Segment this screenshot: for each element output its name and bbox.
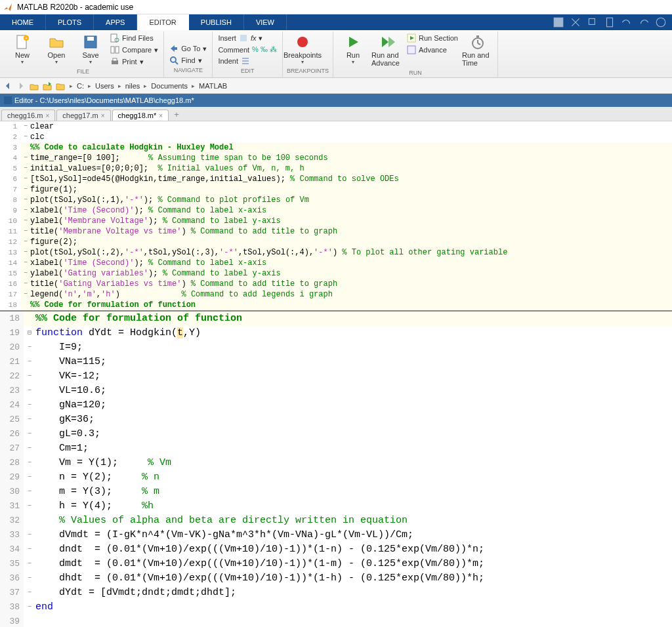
undo-icon[interactable]: [621, 16, 633, 28]
file-tab-1[interactable]: chegg16.m×: [1, 110, 55, 121]
ribbon-group-breakpoints: BREAKPOINTS: [287, 68, 329, 75]
help-icon[interactable]: [655, 16, 667, 28]
ribbon: + New▾ Open▾ Save▾ Find Files Compare ▾ …: [0, 30, 672, 78]
toolstrip-tabbar: HOME PLOTS APPS EDITOR PUBLISH VIEW: [0, 14, 672, 30]
back-icon[interactable]: [3, 81, 13, 91]
compare-button[interactable]: Compare ▾: [109, 45, 159, 55]
tab-editor[interactable]: EDITOR: [137, 14, 188, 30]
file-tabs: chegg16.m× chegg17.m× chegg18.m*× +: [0, 107, 672, 121]
svg-point-3: [656, 18, 665, 27]
new-button[interactable]: + New▾: [7, 33, 38, 66]
code-editor-bottom[interactable]: 18%% Code for formulation of function 19…: [0, 310, 672, 627]
add-tab-button[interactable]: +: [170, 108, 183, 121]
svg-rect-19: [408, 46, 415, 54]
open-button[interactable]: Open▾: [41, 33, 72, 66]
svg-rect-0: [554, 18, 563, 27]
breakpoint-icon: [295, 34, 310, 50]
svg-rect-11: [111, 47, 114, 53]
save-icon: [83, 34, 98, 50]
redo-icon[interactable]: [638, 16, 650, 28]
crumb-niles[interactable]: niles: [125, 82, 140, 90]
editor-icon: [4, 96, 12, 104]
svg-rect-2: [607, 18, 613, 27]
svg-rect-8: [87, 37, 94, 41]
close-icon[interactable]: ×: [159, 112, 163, 119]
tab-publish[interactable]: PUBLISH: [189, 14, 244, 30]
history-icon[interactable]: [42, 81, 52, 91]
code-editor-top[interactable]: 1−clear 2−clc 3%% Code to calculate Hodg…: [0, 121, 672, 310]
insert-button[interactable]: Insert fx ▾: [217, 33, 278, 43]
file-tab-3[interactable]: chegg18.m*×: [112, 110, 169, 121]
find-files-button[interactable]: Find Files: [109, 33, 159, 43]
indent-button[interactable]: Indent: [217, 56, 278, 66]
print-button[interactable]: Print ▾: [109, 56, 159, 67]
crumb-matlab[interactable]: MATLAB: [199, 82, 227, 90]
crumb-documents[interactable]: Documents: [151, 82, 188, 90]
up-icon[interactable]: [29, 81, 39, 91]
tab-home[interactable]: HOME: [0, 14, 46, 30]
run-button[interactable]: Run▾: [337, 33, 369, 66]
run-time-button[interactable]: Run and Time: [462, 33, 494, 68]
editor-path: Editor - C:\Users\niles\Documents\MATLAB…: [14, 96, 194, 104]
svg-rect-12: [116, 47, 119, 53]
new-file-icon: +: [14, 34, 30, 50]
tab-view[interactable]: VIEW: [244, 14, 287, 30]
run-section-button[interactable]: Run Section: [406, 33, 459, 43]
run-time-icon: [470, 34, 486, 50]
tab-apps[interactable]: APPS: [94, 14, 137, 30]
crumb-c[interactable]: C:: [77, 82, 84, 90]
insert-icon: [239, 33, 248, 43]
svg-rect-21: [476, 35, 479, 37]
ribbon-group-run: RUN: [337, 70, 494, 77]
forward-icon[interactable]: [16, 81, 26, 91]
close-icon[interactable]: ×: [45, 112, 49, 119]
find-button[interactable]: Find ▾: [168, 55, 208, 66]
run-advance-icon: [379, 34, 395, 50]
matlab-logo-icon: [3, 2, 13, 12]
compare-icon: [110, 45, 119, 54]
goto-icon: [169, 44, 178, 53]
svg-point-15: [171, 57, 176, 62]
save-icon[interactable]: [553, 16, 564, 28]
window-titlebar: MATLAB R2020b - academic use: [0, 0, 672, 14]
file-tab-2[interactable]: chegg17.m×: [56, 110, 110, 121]
save-button[interactable]: Save▾: [75, 33, 106, 66]
comment-button[interactable]: Comment % ‰ ⁂: [217, 45, 278, 54]
window-title: MATLAB R2020b - academic use: [17, 3, 133, 12]
print-icon: [110, 57, 119, 66]
advance-icon: [407, 45, 416, 54]
run-section-icon: [407, 33, 416, 43]
crumb-users[interactable]: Users: [95, 82, 114, 90]
address-bar: ▸C: ▸Users ▸niles ▸Documents ▸MATLAB: [0, 78, 672, 94]
ribbon-group-navigate: NAVIGATE: [168, 67, 208, 75]
folder-open-icon: [49, 34, 64, 50]
goto-button[interactable]: Go To ▾: [168, 43, 208, 54]
run-advance-button[interactable]: Run and Advance: [371, 33, 403, 68]
find-files-icon: [110, 33, 119, 43]
indent-icon: [241, 56, 250, 66]
svg-rect-16: [240, 35, 247, 41]
tab-plots[interactable]: PLOTS: [46, 14, 94, 30]
ribbon-group-file: FILE: [7, 68, 159, 76]
paste-icon[interactable]: [604, 16, 616, 28]
svg-point-17: [297, 37, 308, 47]
cut-icon[interactable]: [570, 16, 581, 28]
find-icon: [169, 56, 178, 65]
svg-rect-22: [4, 96, 12, 104]
svg-rect-1: [589, 18, 595, 24]
svg-text:+: +: [25, 36, 28, 41]
run-icon: [345, 34, 361, 50]
svg-rect-14: [113, 58, 117, 61]
folder-icon[interactable]: [55, 81, 66, 91]
editor-titlebar: Editor - C:\Users\niles\Documents\MATLAB…: [0, 94, 672, 107]
spacer: [168, 33, 208, 42]
close-icon[interactable]: ×: [101, 112, 105, 119]
advance-button[interactable]: Advance: [406, 45, 459, 55]
copy-icon[interactable]: [587, 16, 598, 28]
breakpoints-button[interactable]: Breakpoints▾: [287, 33, 318, 66]
ribbon-group-edit: EDIT: [217, 68, 278, 75]
